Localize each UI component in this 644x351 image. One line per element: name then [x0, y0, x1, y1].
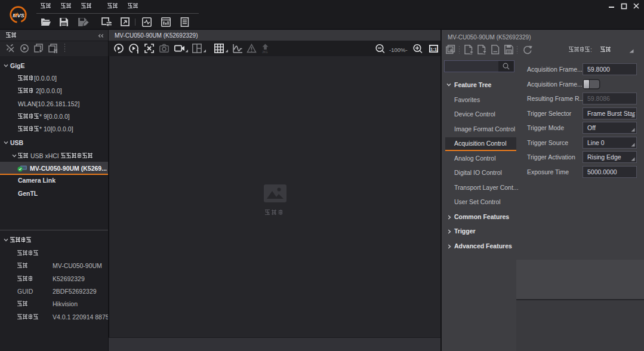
svg-text:1:1: 1:1	[430, 47, 437, 52]
svg-text:MVS: MVS	[13, 13, 24, 19]
svg-text:JKG: JKG	[262, 50, 268, 54]
